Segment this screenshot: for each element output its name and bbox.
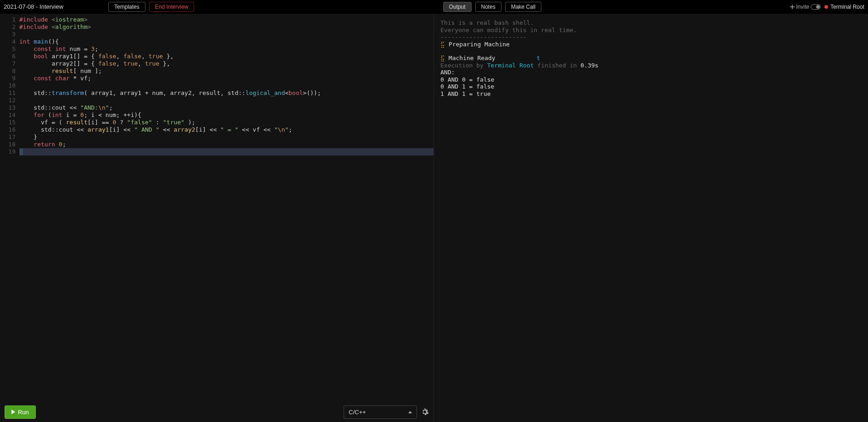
line-gutter: 12345678910111213141516171819 [0,14,19,155]
run-button[interactable]: Run [5,405,36,419]
play-icon [11,410,15,414]
invite-toggle[interactable] [811,4,821,10]
chevron-up-icon [408,411,412,413]
user-indicator: Terminal Root [824,4,864,10]
output-program-lines: AND:0 AND 0 = false0 AND 1 = false1 AND … [440,69,862,97]
templates-button[interactable]: Templates [108,2,145,12]
invite-button[interactable]: Invite [790,4,821,10]
code-area[interactable]: #include <iostream>#include <algorithm>i… [19,14,434,155]
top-bar: 2021-07-08 - Interview Templates End Int… [0,0,868,14]
output-preparing: ⣯ Preparing Machine [440,41,862,48]
tab-notes[interactable]: Notes [475,2,501,12]
make-call-button[interactable]: Make Call [505,2,541,12]
end-interview-button[interactable]: End Interview [149,2,195,12]
output-panel[interactable]: This is a real bash shell. Everyone can … [434,14,868,422]
output-ready: ⣯ Machine Readyt [440,55,862,62]
status-dot-icon [824,5,828,9]
language-select[interactable]: C/C++ [344,405,417,419]
plus-icon [790,5,795,9]
session-title: 2021-07-08 - Interview [4,3,63,10]
editor-footer: Run C/C++ [0,402,434,422]
tab-output[interactable]: Output [443,2,472,12]
gear-icon[interactable] [421,408,429,416]
output-exec-line: Execution by Terminal Root finished in 0… [440,62,862,69]
code-editor[interactable]: 12345678910111213141516171819 #include <… [0,14,434,402]
